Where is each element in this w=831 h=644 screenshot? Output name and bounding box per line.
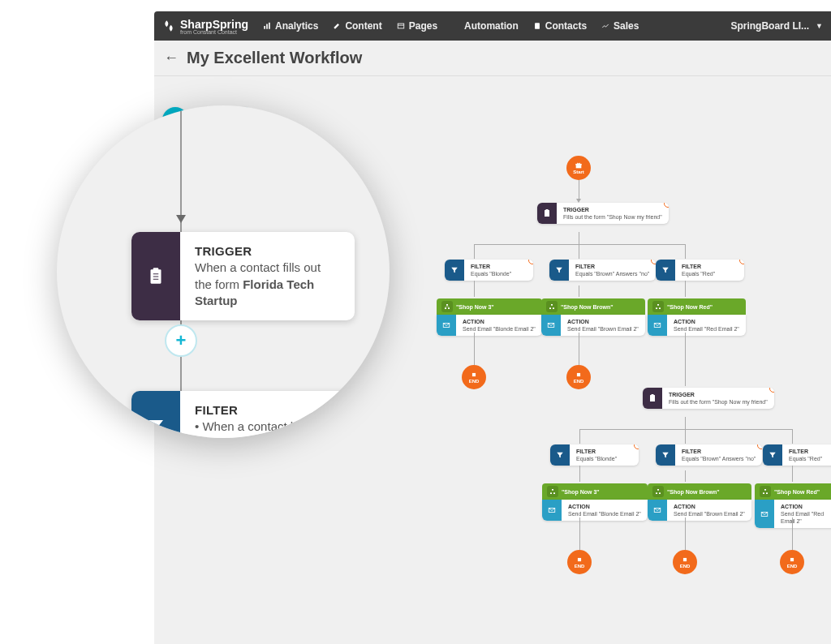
trend-icon bbox=[601, 22, 609, 30]
add-node-button[interactable]: + bbox=[165, 324, 197, 357]
envelope-icon bbox=[760, 510, 769, 518]
end-node[interactable]: END bbox=[462, 365, 486, 389]
svg-rect-41 bbox=[683, 558, 687, 561]
clipboard-icon bbox=[542, 208, 552, 218]
workflow-title: My Excellent Workflow bbox=[187, 49, 362, 67]
svg-rect-27 bbox=[652, 394, 654, 396]
sitemap-icon bbox=[762, 488, 769, 495]
start-node[interactable]: Start bbox=[566, 156, 591, 180]
sitemap-icon bbox=[655, 488, 661, 495]
svg-rect-13 bbox=[445, 307, 446, 309]
svg-rect-12 bbox=[446, 304, 448, 306]
action-group-node[interactable]: "Shop Now Red"ACTIONSend Email "Red Emai… bbox=[648, 298, 746, 336]
envelope-icon bbox=[442, 321, 450, 329]
bar-chart-icon bbox=[263, 22, 271, 30]
svg-rect-33 bbox=[656, 492, 657, 494]
svg-rect-18 bbox=[553, 307, 554, 309]
svg-rect-10 bbox=[545, 210, 549, 217]
action-group-node[interactable]: "Shop Now Red"ACTIONSend Email "Red Emai… bbox=[755, 483, 831, 528]
filter-node[interactable]: FILTEREquals "Blonde" bbox=[445, 260, 533, 281]
svg-rect-16 bbox=[551, 304, 553, 306]
envelope-icon bbox=[547, 321, 555, 329]
magnified-view: TRIGGER When a contact fills out the for… bbox=[57, 105, 390, 438]
svg-rect-34 bbox=[659, 492, 661, 494]
trigger-node-magnified[interactable]: TRIGGER When a contact fills out the for… bbox=[131, 232, 355, 320]
funnel-icon bbox=[556, 451, 564, 459]
svg-rect-36 bbox=[764, 489, 766, 491]
filter-node[interactable]: FILTEREquals "Brown" Answers "no" bbox=[656, 444, 762, 466]
svg-rect-30 bbox=[553, 492, 555, 494]
svg-rect-8 bbox=[576, 165, 582, 168]
svg-rect-29 bbox=[550, 492, 552, 494]
trigger-node[interactable]: TRIGGERFills out the form "Shop Now my f… bbox=[643, 388, 774, 409]
svg-rect-40 bbox=[578, 558, 581, 561]
filter-node[interactable]: FILTEREquals "Red" bbox=[763, 444, 831, 466]
stop-icon bbox=[681, 556, 689, 564]
node-badge-icon bbox=[757, 444, 762, 449]
svg-rect-3 bbox=[398, 24, 404, 28]
svg-rect-32 bbox=[657, 489, 659, 491]
chevron-down-icon: ▼ bbox=[816, 22, 823, 30]
trigger-node[interactable]: TRIGGERFills out the form "Shop Now my f… bbox=[537, 203, 669, 224]
envelope-icon bbox=[548, 506, 556, 514]
svg-rect-37 bbox=[763, 492, 764, 494]
svg-rect-1 bbox=[266, 24, 268, 29]
svg-rect-21 bbox=[656, 307, 657, 309]
node-title: TRIGGER bbox=[195, 243, 340, 260]
filter-node[interactable]: FILTEREquals "Brown" Answers "no" bbox=[549, 260, 656, 281]
svg-rect-11 bbox=[546, 209, 549, 211]
svg-rect-17 bbox=[549, 307, 551, 309]
svg-rect-0 bbox=[264, 26, 265, 29]
nav-contacts[interactable]: Contacts bbox=[533, 20, 587, 32]
gift-icon bbox=[575, 161, 583, 170]
funnel-icon bbox=[769, 451, 777, 459]
svg-rect-28 bbox=[552, 489, 553, 491]
svg-rect-5 bbox=[535, 23, 540, 29]
stop-icon bbox=[575, 556, 583, 564]
svg-rect-42 bbox=[790, 558, 794, 561]
action-group-node[interactable]: "Shop Now Brown"ACTIONSend Email "Brown … bbox=[541, 298, 645, 336]
clipboard-icon bbox=[145, 266, 166, 287]
sitemap-icon bbox=[549, 303, 555, 310]
contacts-icon bbox=[533, 22, 541, 30]
svg-rect-9 bbox=[575, 164, 582, 165]
svg-rect-14 bbox=[448, 307, 450, 309]
svg-rect-38 bbox=[766, 492, 768, 494]
back-arrow-icon[interactable]: ← bbox=[164, 49, 179, 67]
envelope-icon bbox=[653, 321, 661, 329]
window-icon bbox=[397, 22, 405, 30]
action-group-node[interactable]: "Shop Now 3"ACTIONSend Email "Blonde Ema… bbox=[437, 298, 542, 336]
clipboard-icon bbox=[648, 393, 657, 403]
top-navbar: SharpSpring from Constant Contact Analyt… bbox=[154, 11, 831, 41]
nav-analytics[interactable]: Analytics bbox=[263, 20, 318, 32]
wand-icon bbox=[452, 22, 460, 30]
node-description: When a contact fills out the form Florid… bbox=[195, 260, 340, 309]
svg-rect-22 bbox=[659, 307, 661, 309]
sitemap-icon bbox=[549, 488, 556, 495]
account-dropdown[interactable]: SpringBoard LI... ▼ bbox=[730, 20, 823, 32]
funnel-icon bbox=[450, 266, 459, 274]
end-node[interactable]: END bbox=[780, 550, 804, 574]
nav-automation[interactable]: Automation bbox=[452, 20, 519, 32]
brand-subtitle: from Constant Contact bbox=[180, 29, 248, 35]
funnel-icon bbox=[661, 266, 670, 274]
nav-sales[interactable]: Sales bbox=[601, 20, 639, 32]
svg-rect-26 bbox=[650, 395, 655, 401]
sitemap-icon bbox=[655, 303, 661, 310]
filter-node[interactable]: FILTEREquals "Blonde" bbox=[550, 444, 639, 466]
svg-rect-25 bbox=[577, 373, 580, 376]
stop-icon bbox=[470, 371, 478, 379]
filter-node[interactable]: FILTEREquals "Red" bbox=[656, 260, 744, 281]
sharpspring-logo-icon bbox=[162, 19, 175, 32]
action-group-node[interactable]: "Shop Now 3"ACTIONSend Email "Blonde Ema… bbox=[542, 483, 648, 521]
end-node[interactable]: END bbox=[566, 365, 591, 389]
nav-pages[interactable]: Pages bbox=[397, 20, 437, 32]
stop-icon bbox=[788, 556, 796, 564]
nav-content[interactable]: Content bbox=[333, 20, 381, 32]
stop-icon bbox=[575, 371, 583, 379]
end-node[interactable]: END bbox=[673, 550, 697, 574]
brand: SharpSpring from Constant Contact bbox=[162, 18, 248, 35]
end-node[interactable]: END bbox=[567, 550, 592, 574]
pencil-icon bbox=[333, 22, 341, 30]
action-group-node[interactable]: "Shop Now Brown"ACTIONSend Email "Brown … bbox=[648, 483, 751, 521]
